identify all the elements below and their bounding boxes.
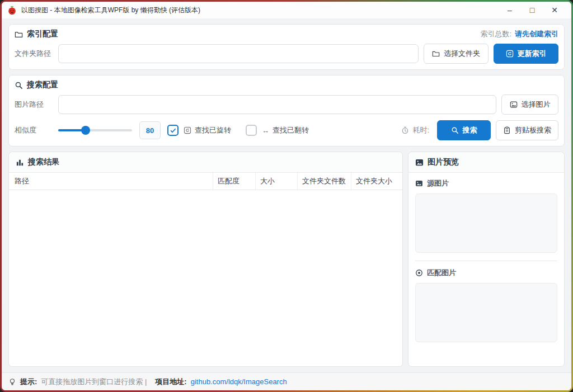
update-index-button-label: 更新索引 [518, 49, 547, 59]
image-preview-body: 源图片 匹配图片 [408, 173, 564, 366]
folder-icon [15, 30, 23, 39]
folder-path-row: 文件夹路径 选择文件夹 [15, 44, 558, 64]
select-folder-button-label: 选择文件夹 [444, 49, 480, 59]
search-config-header: 搜索配置 [15, 80, 558, 90]
status-bar: 提示: 可直接拖放图片到窗口进行搜索 | 项目地址: github.com/ld… [2, 372, 571, 390]
clipboard-search-button[interactable]: 剪贴板搜索 [496, 120, 558, 140]
refresh-icon [506, 50, 514, 58]
preview-divider [415, 261, 557, 261]
main-content: 索引配置 索引总数: 请先创建索引 文件夹路径 选择文件夹 [2, 18, 571, 372]
select-folder-button[interactable]: 选择文件夹 [424, 44, 489, 64]
source-image-icon [415, 180, 423, 187]
image-preview-header: 图片预览 [408, 152, 564, 173]
search-results-header: 搜索结果 [9, 152, 402, 173]
column-header-size[interactable]: 大小 [255, 173, 297, 190]
tip-text: 可直接拖放图片到窗口进行搜索 | [41, 377, 147, 387]
window-title: 以图搜图 - 本地图像检索工具WPF版 by 懒得勤快 (评估版本) [21, 6, 200, 15]
index-total-label: 索引总数: [480, 29, 511, 39]
match-image-preview[interactable] [415, 283, 557, 342]
find-flipped-checkbox[interactable] [246, 125, 257, 136]
app-logo-tomato-icon [7, 6, 17, 15]
search-button-label: 搜索 [463, 125, 477, 135]
index-config-title: 索引配置 [15, 29, 58, 39]
search-config-card: 搜索配置 图片路径 选择图片 相似度 [8, 75, 565, 147]
column-header-match[interactable]: 匹配度 [213, 173, 255, 190]
app-window: 以图搜图 - 本地图像检索工具WPF版 by 懒得勤快 (评估版本) – □ ✕… [2, 2, 571, 390]
maximize-button[interactable]: □ [521, 2, 543, 18]
image-icon [510, 101, 518, 108]
elapsed-time: 耗时: [401, 125, 429, 135]
window-controls: – □ ✕ [499, 2, 566, 18]
index-config-header: 索引配置 索引总数: 请先创建索引 [15, 29, 558, 39]
update-index-button[interactable]: 更新索引 [494, 44, 558, 64]
index-total-value: 请先创建索引 [515, 29, 558, 39]
search-config-title-text: 搜索配置 [27, 80, 58, 90]
index-config-title-text: 索引配置 [27, 29, 58, 39]
source-image-label: 源图片 [427, 178, 449, 188]
results-table-header: 路径 匹配度 大小 文件夹文件数 文件夹大小 [9, 173, 402, 190]
search-button[interactable]: 搜索 [437, 120, 491, 140]
clipboard-icon [503, 126, 511, 134]
find-rotated-checkbox[interactable] [167, 125, 179, 136]
index-config-card: 索引配置 索引总数: 请先创建索引 文件夹路径 选择文件夹 [8, 24, 565, 70]
similarity-row: 相似度 80 [15, 120, 558, 140]
image-preview-title: 图片预览 [428, 157, 459, 167]
image-path-input[interactable] [58, 95, 496, 114]
select-image-button[interactable]: 选择图片 [501, 95, 558, 115]
target-icon [415, 269, 423, 277]
find-flipped-label: 查找已翻转 [273, 125, 309, 135]
match-image-label-row: 匹配图片 [415, 268, 557, 278]
source-image-label-row: 源图片 [415, 178, 557, 188]
search-results-title: 搜索结果 [28, 157, 59, 167]
project-link[interactable]: github.com/ldqk/ImageSearch [191, 377, 287, 386]
search-icon [15, 81, 23, 89]
search-config-title: 搜索配置 [15, 80, 58, 90]
flip-horizontal-icon: ↔ [262, 126, 269, 135]
image-preview-card: 图片预览 源图片 [408, 152, 565, 367]
find-rotated-label: 查找已旋转 [195, 125, 231, 135]
window-gradient-border: 以图搜图 - 本地图像检索工具WPF版 by 懒得勤快 (评估版本) – □ ✕… [0, 0, 573, 392]
index-total: 索引总数: 请先创建索引 [480, 29, 558, 39]
image-path-row: 图片路径 选择图片 [15, 95, 558, 115]
folder-icon [432, 50, 440, 58]
image-path-label: 图片路径 [15, 100, 58, 110]
project-address-label: 项目地址: [155, 377, 186, 387]
column-header-path[interactable]: 路径 [9, 173, 213, 190]
select-image-button-label: 选择图片 [522, 100, 551, 110]
slider-track [58, 129, 132, 131]
lightbulb-icon [8, 378, 16, 386]
search-icon [451, 126, 459, 134]
minimize-button[interactable]: – [499, 2, 521, 18]
source-image-preview[interactable] [415, 193, 557, 253]
folder-path-input[interactable] [58, 44, 419, 63]
bar-chart-icon [16, 158, 24, 167]
clipboard-search-button-label: 剪贴板搜索 [515, 125, 551, 135]
close-button[interactable]: ✕ [543, 2, 566, 18]
slider-thumb[interactable] [81, 126, 90, 135]
tip-label: 提示: [20, 377, 37, 387]
similarity-slider[interactable] [58, 125, 132, 135]
find-flipped-option[interactable]: ↔ 查找已翻转 [262, 125, 309, 135]
similarity-value: 80 [139, 121, 161, 139]
find-rotated-option[interactable]: 查找已旋转 [184, 125, 231, 135]
elapsed-label: 耗时: [412, 125, 429, 135]
titlebar: 以图搜图 - 本地图像检索工具WPF版 by 懒得勤快 (评估版本) – □ ✕ [2, 2, 571, 18]
results-table-body [9, 190, 402, 366]
rotate-icon [184, 126, 191, 134]
check-icon [170, 127, 177, 134]
image-preview-icon [415, 158, 424, 167]
folder-path-label: 文件夹路径 [15, 49, 58, 59]
column-header-folder-file-count[interactable]: 文件夹文件数 [297, 173, 351, 190]
search-results-card: 搜索结果 路径 匹配度 大小 文件夹文件数 文件夹大小 [8, 152, 403, 367]
similarity-label: 相似度 [15, 125, 58, 135]
match-image-label: 匹配图片 [427, 268, 456, 278]
column-header-folder-size[interactable]: 文件夹大小 [351, 173, 402, 190]
stopwatch-icon [401, 126, 409, 134]
content-row: 搜索结果 路径 匹配度 大小 文件夹文件数 文件夹大小 [8, 152, 565, 367]
